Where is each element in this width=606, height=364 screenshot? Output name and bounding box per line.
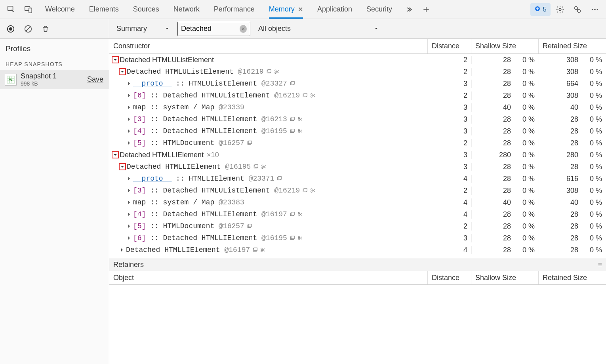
object-filter-select[interactable]: All objects — [255, 23, 382, 34]
cell-shallow-size: 28 — [471, 234, 515, 242]
drag-handle-icon[interactable]: ≡ — [598, 261, 602, 269]
more-options-icon[interactable] — [587, 2, 603, 17]
svg-rect-57 — [254, 248, 257, 251]
tree-row[interactable]: __proto__ :: HTMLUListElement @23327 3 2… — [109, 78, 606, 90]
disclosure-collapsed-icon[interactable] — [126, 175, 132, 182]
scissors-icon — [297, 128, 303, 134]
tab-welcome[interactable]: Welcome — [38, 0, 82, 19]
clear-button[interactable] — [21, 21, 36, 36]
ret-col-retained[interactable]: Retained Size — [539, 271, 606, 284]
cell-distance: 2 — [428, 139, 471, 147]
disclosure-collapsed-icon[interactable] — [126, 116, 132, 122]
disclosure-collapsed-icon[interactable] — [126, 199, 132, 206]
cell-distance: 2 — [428, 222, 471, 231]
cell-shallow-pct: 0 % — [515, 151, 539, 159]
col-retained-size[interactable]: Retained Size — [539, 39, 606, 53]
perspective-value: Summary — [116, 25, 147, 33]
tree-row[interactable]: [5] :: HTMLDocument @16257 2 28 0 % 28 0… — [109, 137, 606, 149]
tab-elements[interactable]: Elements — [82, 0, 126, 19]
snapshot-save-link[interactable]: Save — [87, 75, 103, 84]
retainers-label: Retainers — [113, 261, 144, 269]
disclosure-collapsed-icon[interactable] — [119, 247, 125, 253]
disclosure-expanded-icon[interactable] — [119, 163, 126, 170]
col-constructor[interactable]: Constructor — [109, 39, 428, 53]
add-tab-icon[interactable] — [418, 2, 434, 17]
tree-row[interactable]: Detached HTMLLIElement @16195 3 28 0 % 2… — [109, 161, 606, 173]
disclosure-collapsed-icon[interactable] — [126, 140, 132, 146]
tree-row[interactable]: Detached HTMLUListElement 2 28 0 % 308 0… — [109, 54, 606, 66]
disclosure-collapsed-icon[interactable] — [126, 80, 132, 87]
cell-shallow-pct: 0 % — [515, 127, 539, 135]
disclosure-collapsed-icon[interactable] — [126, 211, 132, 217]
record-button[interactable] — [3, 21, 18, 36]
class-filter-input[interactable]: ✕ — [177, 22, 250, 36]
tree-row[interactable]: [3] :: Detached HTMLLIElement @16213 3 2… — [109, 113, 606, 125]
disclosure-collapsed-icon[interactable] — [126, 223, 132, 229]
disclosure-collapsed-icon[interactable] — [126, 92, 132, 99]
col-shallow-size[interactable]: Shallow Size — [471, 39, 539, 53]
issues-badge[interactable]: 5 — [530, 3, 551, 16]
chevron-down-icon — [165, 25, 170, 33]
cell-distance: 3 — [428, 80, 471, 88]
heap-tree[interactable]: Detached HTMLUListElement 2 28 0 % 308 0… — [109, 54, 606, 258]
more-tabs-icon[interactable] — [401, 2, 417, 17]
tree-row[interactable]: Detached HTMLLIElement×10 3 280 0 % 280 … — [109, 149, 606, 161]
device-toggle-icon[interactable] — [21, 2, 36, 17]
perspective-select[interactable]: Summary — [113, 23, 173, 34]
tab-performance[interactable]: Performance — [207, 0, 262, 19]
feedback-icon[interactable] — [570, 2, 585, 17]
close-icon[interactable]: ✕ — [298, 6, 303, 13]
cell-retained-size: 28 — [539, 222, 582, 231]
tree-row[interactable]: [4] :: Detached HTMLLIElement @16197 4 2… — [109, 208, 606, 220]
profiles-title: Profiles — [0, 39, 109, 57]
disclosure-expanded-icon[interactable] — [112, 151, 119, 158]
tree-row[interactable]: map :: system / Map @23339 3 40 0 % 40 0… — [109, 101, 606, 113]
scissors-icon — [297, 235, 303, 241]
scissors-icon — [274, 69, 280, 74]
disclosure-expanded-icon[interactable] — [119, 68, 126, 75]
tab-security[interactable]: Security — [359, 0, 399, 19]
col-distance[interactable]: Distance — [428, 39, 471, 53]
snapshot-name: Snapshot 1 — [21, 72, 83, 80]
svg-rect-41 — [278, 177, 282, 179]
clear-filter-icon[interactable]: ✕ — [240, 25, 247, 33]
svg-rect-37 — [255, 165, 258, 168]
cell-retained-pct: 0 % — [582, 68, 606, 76]
tree-row[interactable]: Detached HTMLUListElement @16219 2 28 0 … — [109, 66, 606, 78]
scissors-icon — [297, 212, 303, 217]
disclosure-collapsed-icon[interactable] — [126, 104, 132, 111]
disclosure-expanded-icon[interactable] — [112, 56, 119, 63]
disclosure-collapsed-icon[interactable] — [126, 235, 132, 241]
tree-row[interactable]: [5] :: HTMLDocument @16257 2 28 0 % 28 0… — [109, 220, 606, 232]
cell-shallow-pct: 0 % — [515, 68, 539, 76]
tree-row[interactable]: [6] :: Detached HTMLLIElement @16195 3 2… — [109, 232, 606, 244]
tree-row[interactable]: [4] :: Detached HTMLLIElement @16195 3 2… — [109, 125, 606, 137]
delete-button[interactable] — [38, 21, 53, 36]
tab-sources[interactable]: Sources — [126, 0, 166, 19]
retainers-title-bar[interactable]: Retainers ≡ — [109, 258, 606, 271]
tree-row[interactable]: [6] :: Detached HTMLUListElement @16219 … — [109, 90, 606, 101]
window-icon — [276, 176, 282, 181]
inspect-icon[interactable] — [3, 2, 19, 17]
tree-row[interactable]: map :: system / Map @23383 4 40 0 % 40 0… — [109, 196, 606, 208]
ret-col-distance[interactable]: Distance — [428, 271, 471, 284]
tab-application[interactable]: Application — [310, 0, 359, 19]
cell-retained-size: 40 — [539, 103, 582, 112]
cell-retained-pct: 0 % — [582, 151, 606, 159]
tab-memory[interactable]: Memory ✕ — [262, 0, 310, 19]
tab-network[interactable]: Network — [166, 0, 207, 19]
tree-row[interactable]: Detached HTMLLIElement @16197 4 28 0 % 2… — [109, 244, 606, 256]
disclosure-collapsed-icon[interactable] — [126, 187, 132, 194]
disclosure-collapsed-icon[interactable] — [126, 128, 132, 134]
cell-distance: 3 — [428, 127, 471, 135]
tree-row[interactable]: [3] :: Detached HTMLUListElement @16219 … — [109, 185, 606, 196]
cell-shallow-size: 28 — [471, 210, 515, 219]
settings-icon[interactable] — [552, 2, 568, 17]
cell-retained-size: 664 — [539, 80, 582, 88]
ret-col-object[interactable]: Object — [109, 271, 428, 284]
snapshot-item[interactable]: % Snapshot 1 998 kB Save — [0, 70, 109, 89]
class-filter-field[interactable] — [181, 25, 240, 33]
issue-info-icon — [534, 6, 541, 13]
tree-row[interactable]: __proto__ :: HTMLLIElement @23371 4 28 0… — [109, 173, 606, 185]
ret-col-shallow[interactable]: Shallow Size — [471, 271, 539, 284]
